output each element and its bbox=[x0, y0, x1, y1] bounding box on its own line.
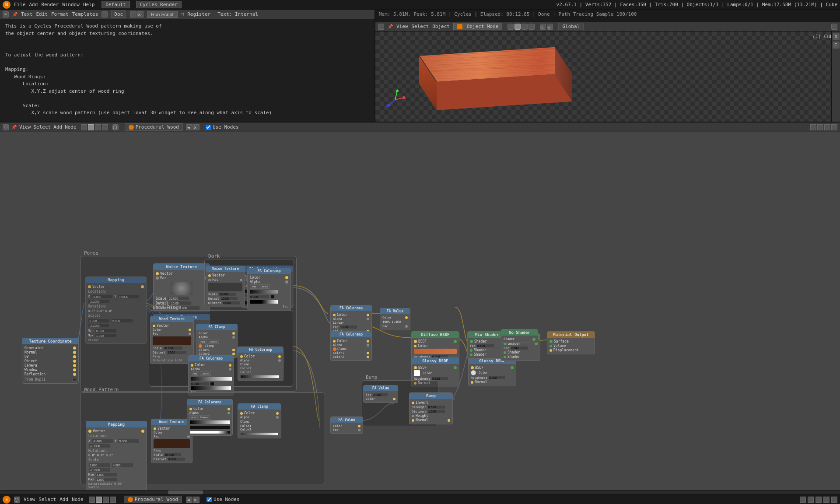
glossy-bsdf-2[interactable]: Glossy BSDF BSDF Color Roughness Normal bbox=[468, 357, 516, 386]
fa-clamp-2[interactable]: FA Clamp Color Alpha Clamp Color1 Color2 bbox=[238, 403, 281, 438]
wood-texture-rings[interactable]: Wood Texture Vector Color Fac Scale Dist… bbox=[150, 316, 194, 364]
text-menu-text[interactable]: Text bbox=[21, 11, 33, 17]
map2-loc-x[interactable] bbox=[91, 439, 113, 443]
bump-fac[interactable] bbox=[373, 393, 388, 397]
use-nodes-checkbox[interactable] bbox=[206, 125, 211, 130]
colorramp-dark[interactable]: FA Coloramp Color Alpha Add Delete Fac bbox=[247, 268, 291, 310]
bottom-material-selector[interactable]: Procedural Wood bbox=[124, 496, 182, 503]
node-side-icon-3[interactable] bbox=[824, 124, 830, 130]
viewport-canvas[interactable]: X Y Z (1) Cube N T bbox=[375, 32, 840, 122]
menu-add[interactable]: Add bbox=[29, 2, 38, 7]
texture-coord-node[interactable]: Texture Coordinate Generated Normal UV O… bbox=[22, 338, 79, 384]
material-selector[interactable]: Procedural Wood bbox=[125, 123, 183, 131]
material-output[interactable]: Material Output Surface Volume Displacem… bbox=[547, 331, 595, 354]
bottom-material-nav-next[interactable]: ✕ bbox=[193, 497, 200, 503]
mix1-fac-val[interactable] bbox=[477, 344, 494, 348]
engine-selector[interactable]: Cycles Render bbox=[136, 1, 182, 8]
rings-ramp-pos[interactable] bbox=[191, 382, 209, 386]
bottom-right-icon-1[interactable] bbox=[800, 497, 806, 503]
text-editor-content[interactable]: This is a Cycles Procedural Wood pattern… bbox=[0, 19, 374, 122]
fa-coloramp-pattern[interactable]: FA Coloramp Color Alpha Add Delete bbox=[187, 399, 233, 436]
fa-colorramp-rings[interactable]: FA Coloramp Color Alpha Add Delete Fac bbox=[188, 355, 234, 396]
viewport-side-icon[interactable] bbox=[831, 24, 837, 30]
glossy2-roughness[interactable] bbox=[489, 376, 505, 380]
node-icon-1[interactable] bbox=[81, 124, 87, 130]
noise-dark[interactable]: Noise Texture Vector Fac Scale Detail Di… bbox=[206, 266, 245, 307]
mix1-fac[interactable] bbox=[340, 325, 357, 329]
map2-scale-z[interactable] bbox=[88, 468, 110, 472]
bottom-editor-type[interactable]: ⬡ bbox=[14, 497, 20, 503]
pattern-ramp-del[interactable]: Delete bbox=[199, 415, 210, 420]
viewport-menu-view[interactable]: View bbox=[396, 24, 408, 29]
panel-icon-1[interactable]: N bbox=[833, 33, 840, 40]
noise-dark-detail[interactable] bbox=[220, 297, 238, 301]
text-menu-edit[interactable]: Edit bbox=[36, 11, 48, 17]
map2-max[interactable] bbox=[95, 477, 117, 482]
mix2-fac-val[interactable] bbox=[511, 346, 528, 350]
doc-selector[interactable]: Doc bbox=[111, 10, 126, 18]
bottom-material-nav-prev[interactable]: ◄ bbox=[186, 497, 192, 503]
bottom-right-icon-4[interactable] bbox=[823, 497, 830, 503]
dark-ramp-del[interactable]: Delete bbox=[259, 284, 270, 289]
global-local-toggle[interactable]: Global bbox=[558, 23, 584, 30]
h-scrollbar-thumb[interactable] bbox=[168, 490, 203, 494]
fa-value[interactable]: FA Value Color 100% 1.460 Fac bbox=[380, 308, 410, 330]
node-canvas[interactable]: Texture Coordinate Generated Normal UV O… bbox=[0, 132, 840, 494]
clamp1-add[interactable]: Add bbox=[199, 340, 207, 344]
doc-nav-left[interactable] bbox=[130, 11, 136, 18]
node-menu-select[interactable]: Select bbox=[34, 124, 51, 130]
editor-type-icon[interactable]: ≡ bbox=[3, 11, 9, 18]
wood-scale[interactable] bbox=[163, 346, 183, 350]
node-shading-icon[interactable]: ⬡ bbox=[112, 124, 119, 130]
pattern-ramp-add[interactable]: Add bbox=[189, 415, 198, 420]
node-menu-view[interactable]: View bbox=[19, 124, 31, 130]
bottom-icon-1[interactable] bbox=[89, 497, 95, 503]
run-script-btn[interactable]: Run Script bbox=[147, 11, 177, 18]
node-side-icon-2[interactable] bbox=[817, 124, 823, 130]
dark-ramp-pos[interactable] bbox=[250, 295, 270, 299]
viewport-shading-material[interactable] bbox=[514, 24, 521, 30]
bottom-right-icon-3[interactable] bbox=[816, 497, 822, 503]
material-nav-prev[interactable]: ◄ bbox=[186, 124, 192, 130]
snap-icon[interactable]: ⊡ bbox=[540, 24, 546, 30]
fa-coloramp-right[interactable]: FA Coloramp Color Alpha Clamp Color1 Col… bbox=[330, 331, 372, 361]
bump-value-node[interactable]: FA Value Color Fac bbox=[330, 416, 363, 434]
object-mode-dropdown[interactable]: Object Mode bbox=[453, 23, 502, 30]
text-menu-templates[interactable]: Templates bbox=[72, 11, 98, 17]
rings-ramp-add[interactable]: Add bbox=[191, 371, 199, 376]
bump-strength[interactable] bbox=[428, 405, 445, 409]
viewport-shading-wire[interactable] bbox=[528, 24, 535, 30]
dark-ramp-swatch[interactable] bbox=[270, 295, 275, 299]
material-nav-next[interactable]: ✕ bbox=[193, 124, 200, 130]
panel-icon-2[interactable]: T bbox=[833, 42, 840, 49]
node-icon-active[interactable] bbox=[88, 124, 94, 130]
bump-inner-1[interactable]: FA Value Fac Color bbox=[363, 385, 398, 403]
dark-ramp-add[interactable]: Add bbox=[250, 284, 258, 289]
colorramp-rings-out[interactable]: FA Coloramp Color Alpha Clamp Color1 Col… bbox=[238, 346, 284, 381]
mode-selector[interactable]: Default bbox=[102, 1, 130, 8]
fa-clamp-1[interactable]: FA Clamp Color Alpha Add Delete Clamp Co… bbox=[196, 324, 238, 358]
viewport-type-icon[interactable] bbox=[378, 24, 384, 30]
bottom-icon-active[interactable] bbox=[96, 497, 102, 503]
menu-render[interactable]: Render bbox=[41, 2, 59, 7]
bottom-icon-4[interactable] bbox=[110, 497, 116, 503]
wt-pattern-distort[interactable] bbox=[168, 457, 186, 461]
node-editor-type-icon[interactable]: ⬡ bbox=[3, 124, 9, 130]
node-menu-add[interactable]: Add bbox=[53, 124, 62, 130]
menu-help[interactable]: Help bbox=[83, 2, 95, 7]
bump-node[interactable]: Bump Invert Strength Distance Height Nor… bbox=[409, 392, 453, 424]
noise-dark-scale[interactable] bbox=[219, 292, 236, 296]
text-menu-format[interactable]: Format bbox=[51, 11, 69, 17]
pivot-icon[interactable]: ◎ bbox=[547, 24, 553, 30]
viewport-menu-select[interactable]: Select bbox=[412, 24, 429, 29]
node-side-icon-4[interactable] bbox=[831, 124, 837, 130]
node-side-icon-1[interactable] bbox=[810, 124, 816, 130]
mapping-node-pattern[interactable]: Mapping Vector Location: X Y Rotation: 0… bbox=[86, 421, 147, 491]
map2-scale-y[interactable] bbox=[112, 463, 133, 467]
bottom-menu-select[interactable]: Select bbox=[39, 497, 56, 502]
map2-scale-x[interactable] bbox=[88, 463, 110, 467]
menu-file[interactable]: File bbox=[14, 2, 26, 7]
bottom-menu-add[interactable]: Add bbox=[60, 497, 68, 502]
no-shader[interactable]: No Shader Shader bbox=[501, 329, 538, 343]
viewport-menu-object[interactable]: Object bbox=[432, 24, 450, 29]
